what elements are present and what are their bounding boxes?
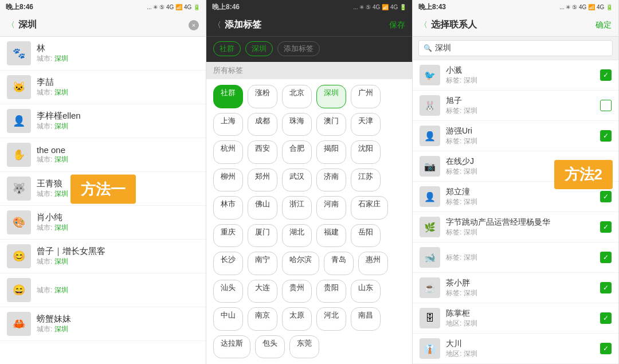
tag-pill[interactable]: 深圳: [316, 85, 346, 108]
contact-select-item[interactable]: 👤 游强Uri 标签: 深圳 ✓: [413, 121, 618, 151]
search-icon: 🔍: [424, 44, 432, 52]
contact-checkbox[interactable]: ✓: [600, 130, 612, 142]
contact-tag: 标签: 深圳: [446, 253, 600, 263]
contact-item[interactable]: 👤 李梓槿ellen 城市: 深圳: [0, 104, 206, 138]
tag-pill[interactable]: 江苏: [351, 169, 381, 192]
contact-item[interactable]: 😄 城市: 深圳: [0, 273, 206, 307]
search-text: 深圳: [435, 43, 451, 53]
contact-info: 肖小纯 城市: 深圳: [37, 212, 68, 233]
cancel-search-button[interactable]: ×: [189, 20, 199, 30]
contact-checkbox[interactable]: ✓: [600, 69, 612, 81]
tag-pill[interactable]: 柳州: [213, 169, 243, 192]
tag-pill[interactable]: 岳阳: [351, 224, 381, 248]
contact-tag: 标签: 深圳: [446, 228, 600, 237]
tag-pill[interactable]: 合肥: [282, 140, 312, 164]
tag-pill[interactable]: 哈尔滨: [282, 252, 319, 275]
avatar: 🌿: [420, 217, 440, 237]
tag-pill[interactable]: 涨粉: [248, 85, 277, 108]
contact-checkbox[interactable]: ✓: [600, 343, 612, 354]
contact-checkbox[interactable]: ✓: [600, 221, 612, 233]
confirm-button[interactable]: 确定: [596, 20, 612, 30]
tag-pill[interactable]: 山东: [351, 280, 381, 303]
tag-pill[interactable]: 浙江: [282, 196, 312, 220]
contact-select-item[interactable]: 🗄 陈掌柜 地区: 深圳 ✓: [413, 303, 618, 334]
selected-tag-shequn[interactable]: 社群: [213, 41, 241, 56]
tag-pill[interactable]: 南昌: [351, 307, 381, 331]
contact-name: 林: [37, 43, 68, 54]
tag-pill[interactable]: 杭州: [213, 140, 243, 164]
tag-pill[interactable]: 河北: [316, 307, 346, 331]
tag-pill[interactable]: 南宁: [248, 252, 277, 275]
tag-pill[interactable]: 贵阳: [316, 280, 346, 303]
contact-name: 茶小胖: [446, 278, 600, 288]
tag-pill[interactable]: 湖北: [282, 224, 312, 248]
tag-pill[interactable]: 佛山: [248, 196, 277, 220]
tag-pill[interactable]: 厦门: [248, 224, 277, 248]
tag-pill[interactable]: 揭阳: [316, 140, 346, 164]
tag-pill[interactable]: 河南: [316, 196, 346, 220]
contact-item[interactable]: 🎨 肖小纯 城市: 深圳: [0, 206, 206, 240]
selected-tag-shenzhen[interactable]: 深圳: [245, 41, 273, 56]
contact-name: 李梓槿ellen: [37, 111, 81, 122]
tag-pill[interactable]: 珠海: [282, 113, 312, 136]
contact-info: 曾子｜增长女黑客 城市: 深圳: [37, 246, 105, 267]
save-button[interactable]: 保存: [389, 20, 405, 30]
tag-pill[interactable]: 成都: [248, 113, 277, 136]
tag-pill[interactable]: 济南: [316, 169, 346, 192]
tag-pill[interactable]: 福建: [316, 224, 346, 248]
contact-item[interactable]: 🐱 李喆 城市: 深圳: [0, 71, 206, 104]
tag-pill[interactable]: 广州: [351, 85, 381, 108]
tag-pill[interactable]: 西安: [248, 140, 277, 164]
contact-checkbox[interactable]: ✓: [600, 282, 612, 293]
tag-pill[interactable]: 大连: [248, 280, 277, 303]
contact-select-item[interactable]: 🌿 字节跳动产品运营经理杨曼华 标签: 深圳 ✓: [413, 212, 618, 242]
contact-checkbox[interactable]: ✓: [600, 312, 612, 324]
tag-pill[interactable]: 重庆: [213, 224, 243, 248]
tag-pill[interactable]: 中山: [213, 307, 243, 331]
avatar: 🐋: [420, 247, 440, 268]
back-button-3[interactable]: 〈: [420, 20, 428, 30]
tag-pill[interactable]: 社群: [213, 85, 243, 108]
contact-select-item[interactable]: 🐦 小溅 标签: 深圳 ✓: [413, 60, 618, 91]
contact-city: 城市: 深圳: [37, 324, 71, 334]
tag-pill[interactable]: 太原: [282, 307, 312, 331]
tag-pill[interactable]: 武汉: [282, 169, 312, 192]
contact-checkbox[interactable]: [600, 100, 612, 111]
contact-checkbox[interactable]: ✓: [600, 252, 612, 263]
contact-select-item[interactable]: ☕ 茶小胖 标签: 深圳 ✓: [413, 273, 618, 303]
contact-item[interactable]: 🐾 林 城市: 深圳: [0, 37, 206, 71]
tag-pill[interactable]: 北京: [282, 85, 312, 108]
tag-pill[interactable]: 天津: [351, 113, 381, 136]
tag-pill[interactable]: 青岛: [324, 252, 354, 275]
tag-pill[interactable]: 包头: [255, 335, 285, 359]
contact-name: 大川: [446, 339, 600, 349]
panel-add-tag: 晚上8:46 ... ✳ ⑤ 4G 📶 4G 🔋 〈 添加标签 保存 社群 深圳…: [206, 0, 413, 364]
contact-select-info: 茶小胖 标签: 深圳: [446, 278, 600, 298]
tag-pill[interactable]: 郑州: [248, 169, 277, 192]
back-button-2[interactable]: 〈: [213, 20, 221, 30]
tag-pill[interactable]: 上海: [213, 113, 243, 136]
panel-select-contact: 晚上8:43 ... ✳ ⑤ 4G 📶 4G 🔋 〈 选择联系人 确定 🔍 深圳…: [413, 0, 619, 364]
tag-pill[interactable]: 惠州: [358, 252, 388, 275]
tag-pill[interactable]: 沈阳: [351, 140, 381, 164]
contact-select-item[interactable]: 👔 大川 地区: 深圳 ✓: [413, 334, 618, 364]
tag-pill[interactable]: 澳门: [316, 113, 346, 136]
tag-pill[interactable]: 汕头: [213, 280, 243, 303]
tag-pill[interactable]: 长沙: [213, 252, 243, 275]
avatar: ✋: [7, 143, 31, 167]
tag-pill[interactable]: 南京: [248, 307, 277, 331]
add-tag-chip[interactable]: 添加标签: [277, 41, 320, 56]
tag-pill[interactable]: 达拉斯: [213, 335, 250, 359]
contact-checkbox[interactable]: ✓: [600, 191, 612, 202]
back-button-1[interactable]: 〈: [7, 20, 15, 30]
contact-select-item[interactable]: 🐋 标签: 深圳 ✓: [413, 242, 618, 273]
search-input-wrap[interactable]: 🔍 深圳: [418, 40, 613, 56]
contact-item[interactable]: 🦀 螃蟹妹妹 城市: 深圳: [0, 307, 206, 341]
contact-item[interactable]: 😊 曾子｜增长女黑客 城市: 深圳: [0, 240, 206, 273]
tag-pill[interactable]: 贵州: [282, 280, 312, 303]
contact-select-item[interactable]: 🐰 旭子 标签: 深圳: [413, 91, 618, 121]
tag-pill[interactable]: 石家庄: [351, 196, 388, 220]
tag-pill[interactable]: 东莞: [289, 335, 319, 359]
contact-item[interactable]: ✋ the one 城市: 深圳: [0, 138, 206, 172]
tag-pill[interactable]: 林市: [213, 196, 243, 220]
